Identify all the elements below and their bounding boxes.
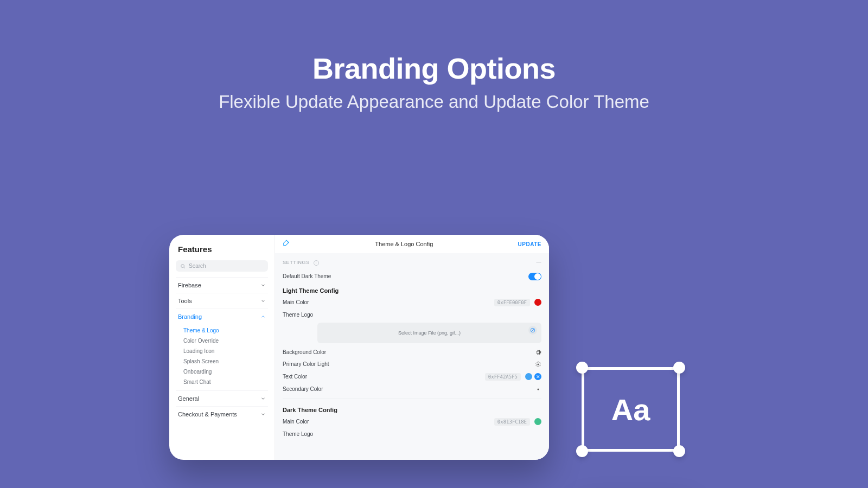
row-label: Main Color <box>283 419 309 425</box>
section-settings-header: SETTINGS i — <box>283 259 541 270</box>
settings-label: SETTINGS <box>283 260 310 265</box>
branding-submenu: Theme & Logo Color Override Loading Icon… <box>176 324 268 390</box>
row-label: Theme Logo <box>283 431 313 437</box>
nav-label: Tools <box>178 298 192 304</box>
row-label: Text Color <box>283 374 307 380</box>
row-label: Background Color <box>283 349 326 355</box>
nav-group-general[interactable]: General <box>176 390 268 406</box>
nav-label: Branding <box>178 313 202 320</box>
hex-value[interactable]: 0xFFE00F0F <box>494 299 530 306</box>
chevron-down-icon <box>260 298 266 304</box>
row-label: Secondary Color <box>283 386 323 392</box>
color-swatch[interactable] <box>534 299 541 306</box>
row-background: Background Color <box>283 346 541 358</box>
color-swatch[interactable] <box>525 373 532 380</box>
nav-group-tools[interactable]: Tools <box>176 293 268 309</box>
row-light-main-color: Main Color 0xFFE00F0F <box>283 296 541 309</box>
admin-panel: Features Search Firebase Tools Branding … <box>169 235 549 460</box>
row-label: Theme Logo <box>283 312 313 318</box>
row-dark-main-color: Main Color 0x813FC18E <box>283 415 541 428</box>
gear-icon[interactable] <box>535 386 541 393</box>
nav-label: Checkout & Payments <box>178 411 237 418</box>
row-label: Primary Color Light <box>283 361 329 367</box>
content-pane: Theme & Logo Config UPDATE SETTINGS i — … <box>275 235 549 460</box>
chevron-down-icon <box>260 396 266 401</box>
hex-value[interactable]: 0xFF42A5F5 <box>485 373 521 381</box>
row-secondary: Secondary Color <box>283 383 541 395</box>
file-picker[interactable]: Select Image File (png, gif...) <box>317 323 541 343</box>
page-title: Branding Options <box>0 52 868 85</box>
info-icon[interactable]: i <box>314 260 319 266</box>
svg-point-5 <box>538 388 539 390</box>
sidebar: Features Search Firebase Tools Branding … <box>169 235 275 460</box>
clear-icon[interactable]: ✕ <box>534 373 541 380</box>
svg-point-0 <box>181 264 184 267</box>
row-theme-logo: Theme Logo <box>283 309 541 320</box>
typography-icon: Aa <box>575 361 686 458</box>
collapse-icon[interactable]: — <box>536 260 541 265</box>
search-placeholder: Search <box>189 263 206 269</box>
file-hint: Select Image File (png, gif...) <box>398 330 461 336</box>
content-topbar: Theme & Logo Config UPDATE <box>275 235 549 253</box>
row-label: Main Color <box>283 299 309 305</box>
page-subtitle: Flexible Update Appearance and Update Co… <box>0 92 868 112</box>
chevron-up-icon <box>260 314 266 319</box>
row-primary-light: Primary Color Light <box>283 358 541 370</box>
nav-group-firebase[interactable]: Firebase <box>176 277 268 293</box>
nav-label: Firebase <box>178 282 201 288</box>
divider <box>283 399 541 399</box>
gear-icon[interactable] <box>535 349 541 356</box>
block-icon <box>528 326 537 335</box>
sidebar-item-loading-icon[interactable]: Loading Icon <box>183 346 268 356</box>
update-button[interactable]: UPDATE <box>518 241 541 247</box>
row-label: Default Dark Theme <box>283 273 331 279</box>
hex-value[interactable]: 0x813FC18E <box>494 418 530 426</box>
row-dark-theme-logo: Theme Logo <box>283 428 541 440</box>
sidebar-item-onboarding[interactable]: Onboarding <box>183 367 268 377</box>
svg-line-1 <box>184 267 185 268</box>
color-swatch[interactable] <box>534 418 541 425</box>
content-title: Theme & Logo Config <box>375 241 433 247</box>
svg-line-3 <box>532 329 534 331</box>
sidebar-item-splash[interactable]: Splash Screen <box>183 356 268 367</box>
search-icon <box>180 264 186 269</box>
dark-theme-title: Dark Theme Config <box>283 402 541 415</box>
svg-point-4 <box>538 363 539 365</box>
typography-widget: Aa <box>575 361 686 458</box>
row-default-dark: Default Dark Theme <box>283 270 541 283</box>
search-input[interactable]: Search <box>176 260 268 272</box>
paint-icon <box>283 240 290 248</box>
chevron-down-icon <box>260 282 266 288</box>
sidebar-item-smart-chat[interactable]: Smart Chat <box>183 377 268 387</box>
gear-icon[interactable] <box>535 361 541 368</box>
nav-label: General <box>178 395 199 402</box>
nav-group-checkout[interactable]: Checkout & Payments <box>176 406 268 422</box>
row-text-color: Text Color 0xFF42A5F5 ✕ <box>283 370 541 383</box>
dark-theme-toggle[interactable] <box>528 273 541 280</box>
sidebar-item-theme-logo[interactable]: Theme & Logo <box>183 325 268 336</box>
sidebar-item-color-override[interactable]: Color Override <box>183 336 268 346</box>
nav-group-branding[interactable]: Branding <box>176 309 268 324</box>
light-theme-title: Light Theme Config <box>283 283 541 296</box>
sidebar-title: Features <box>176 242 268 256</box>
chevron-down-icon <box>260 412 266 417</box>
